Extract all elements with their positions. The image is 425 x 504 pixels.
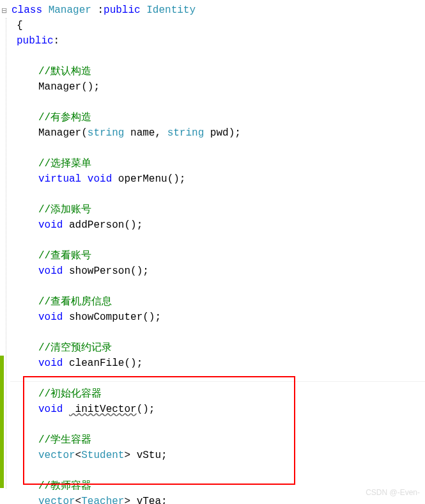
code-line: //查看账号 xyxy=(5,248,425,264)
blank-line xyxy=(5,233,425,248)
bracket-guide xyxy=(6,18,6,489)
code-line: //有参构造 xyxy=(5,110,425,125)
keyword: public xyxy=(104,4,141,16)
code-line: public: xyxy=(5,33,425,49)
code-line: //添加账号 xyxy=(5,202,425,217)
blank-line xyxy=(5,49,425,64)
code-line: class Manager :public Identity xyxy=(5,3,425,18)
comment: //默认构造 xyxy=(38,66,91,77)
blank-line xyxy=(5,325,425,340)
comment: //选择菜单 xyxy=(38,158,91,169)
blank-line xyxy=(5,95,425,110)
blank-line xyxy=(5,187,425,202)
blank-line xyxy=(5,141,425,156)
code-line: //查看机房信息 xyxy=(5,294,425,310)
code-line: void addPerson(); xyxy=(5,217,425,233)
code-line: { xyxy=(5,18,425,33)
comment: //查看账号 xyxy=(38,250,91,262)
fold-icon[interactable]: ⊟ xyxy=(1,3,7,18)
code-line: //默认构造 xyxy=(5,64,425,79)
code-line: //选择菜单 xyxy=(5,156,425,171)
code-line: virtual void operMenu(); xyxy=(5,171,425,187)
code-line: void showComputer(); xyxy=(5,310,425,325)
code-editor: ⊟ class Manager :public Identity { publi… xyxy=(0,0,425,504)
change-marker xyxy=(0,356,4,488)
code-line: Manager(); xyxy=(5,79,425,95)
base-class: Identity xyxy=(141,4,196,16)
code-line: vector<Teacher> vTea; xyxy=(5,494,425,504)
blank-line xyxy=(5,279,425,294)
comment: //添加账号 xyxy=(38,204,91,216)
comment: //清空预约记录 xyxy=(38,342,112,354)
keyword: class xyxy=(12,4,42,16)
watermark: CSDN @-Even- xyxy=(366,485,420,500)
code-line: Manager(string name, string pwd); xyxy=(5,125,425,141)
comment: //有参构造 xyxy=(38,112,91,123)
highlight-box xyxy=(23,376,295,485)
code-line: //清空预约记录 xyxy=(5,340,425,356)
comment: //查看机房信息 xyxy=(38,296,112,308)
code-line: void cleanFile(); xyxy=(5,356,425,371)
class-name: Manager xyxy=(49,4,91,16)
code-line: void showPerson(); xyxy=(5,264,425,279)
